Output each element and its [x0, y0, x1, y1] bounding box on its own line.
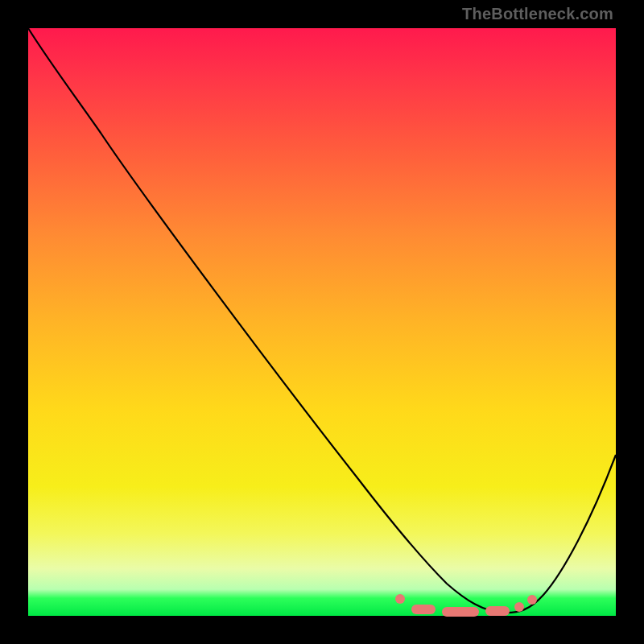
plot-area: [28, 28, 616, 616]
curve-svg: [28, 28, 616, 616]
chart-frame: TheBottleneck.com: [0, 0, 644, 644]
valley-marker-dot: [514, 602, 524, 612]
valley-marker-dot: [527, 595, 537, 605]
watermark-text: TheBottleneck.com: [462, 5, 613, 23]
valley-marker-bar: [485, 606, 510, 616]
valley-marker-dot: [395, 594, 405, 604]
valley-marker-bar: [411, 605, 436, 614]
valley-marker-bar: [442, 607, 479, 617]
bottleneck-curve: [28, 28, 616, 613]
